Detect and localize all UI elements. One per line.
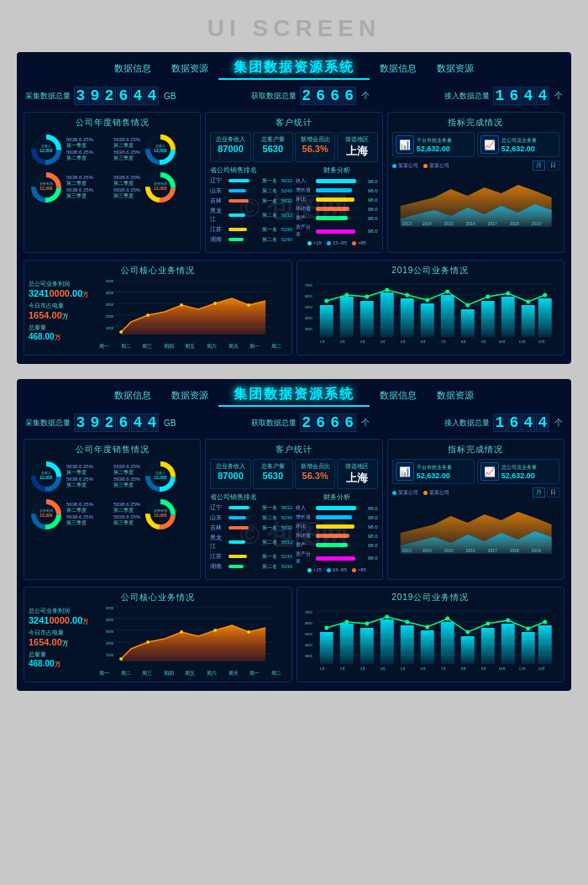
svg-point-77 — [445, 290, 449, 294]
svg-point-73 — [365, 295, 369, 299]
rank-label-2: 第二名 — [254, 187, 277, 195]
rank-bar-3 — [228, 199, 249, 203]
tab-month[interactable]: 月 — [533, 161, 545, 171]
rank-bar-wrap-3 — [228, 199, 252, 203]
nav-item-2-4[interactable]: 数据资源 — [427, 387, 484, 403]
import-digits-2: 1 6 4 4 — [493, 414, 549, 432]
tab-day-2[interactable]: 日 — [547, 487, 559, 498]
svg-rect-62 — [380, 292, 393, 337]
rank-bar-wrap-1 — [228, 179, 252, 182]
donut-item-4: 5638.6 25% 第二季度 5638.6 25% 第三季度 业务利润 12,… — [113, 170, 196, 205]
finance-row-2: 增长值 98.0 — [296, 187, 378, 194]
svg-text:7000: 7000 — [304, 610, 312, 614]
svg-rect-160 — [440, 622, 454, 664]
core-stat-2-3: 总量量 468.00万 — [29, 651, 88, 669]
finance-bar-3 — [316, 198, 354, 202]
core-stat-3-label: 总量量 — [29, 324, 88, 332]
ranking-table-2: 省公司销售排名 辽宁 第一名 5632 山东 第二名 5240 吉林 — [210, 493, 292, 572]
svg-text:6月: 6月 — [420, 666, 425, 671]
svg-text:2017: 2017 — [487, 221, 496, 226]
x-label-4: 周四 — [164, 343, 174, 350]
svg-rect-158 — [400, 625, 413, 664]
metric-revenue: 总业务收入 87000 — [210, 132, 250, 162]
svg-text:11月: 11月 — [518, 666, 525, 671]
customer-panel-2: 客户统计 总业务收入 87000 总客户量 5630 新增会员比 56.3% 筛… — [205, 439, 382, 580]
core-area-svg-2: 5000 4000 3000 2000 1000 — [93, 607, 286, 666]
nav-item-2[interactable]: 数据资源 — [161, 61, 218, 76]
nav-item-3[interactable]: 数据信息 — [370, 61, 427, 76]
finance-panel-2: 财务分析 收入 98.0 增长值 98.0 环比 98.0 — [296, 493, 378, 575]
rank-bar-wrap-5 — [228, 228, 252, 231]
finance-num-4: 98.0 — [363, 207, 378, 212]
finance-legend: <15 15~85 >85 — [296, 240, 378, 245]
nav-item-2-3[interactable]: 数据信息 — [370, 387, 427, 403]
svg-text:1月: 1月 — [319, 340, 324, 344]
svg-text:2013: 2013 — [402, 221, 411, 226]
rank-bar-wrap-2 — [228, 189, 252, 192]
core-stat-1-label: 总公司业务利润 — [29, 280, 88, 288]
donut-item-1: 总收入 12,000 5638.6 25% 第一季度 5638.6 25% 第二… — [29, 132, 111, 167]
svg-point-72 — [344, 293, 349, 298]
core-x-axis: 周一 周二 周三 周四 周五 周六 周天 周一 周二 — [93, 343, 286, 350]
indicators-panel-2: 指标完成情况 📊 千台市统业务量 52,632.00 📈 总公司流业务量 52,… — [387, 439, 564, 580]
rank-bar-wrap-4 — [228, 213, 252, 217]
nav-item-1[interactable]: 数据信息 — [104, 61, 161, 76]
tab-month-2[interactable]: 月 — [533, 487, 545, 498]
svg-point-177 — [543, 620, 547, 624]
finance-row-3: 环比 98.0 — [296, 196, 378, 203]
ind-legend: 某某公司 某某公司 — [392, 162, 449, 170]
svg-text:2018: 2018 — [509, 548, 518, 553]
ind-val-2: 52,632.00 — [501, 145, 537, 153]
ind-label-1: 千台市统业务量 — [417, 137, 452, 145]
finance-num-3: 98.0 — [363, 198, 378, 203]
rank-province-1: 辽宁 — [210, 176, 227, 185]
rank-label-1: 第一名 — [254, 177, 277, 185]
nav-item-2-2[interactable]: 数据资源 — [161, 387, 218, 403]
svg-text:12,000: 12,000 — [155, 475, 168, 480]
finance-bar-4 — [316, 207, 349, 211]
svg-point-140 — [146, 640, 150, 644]
donut-grid-2: 总收入 12,000 5638.6 25% 第一季度 5638.6 25% 第二… — [29, 459, 196, 532]
svg-rect-163 — [501, 624, 514, 664]
ind-info-2: 总公司流业务量 52,632.00 — [501, 137, 537, 153]
rank-num-5: 5240 — [279, 227, 292, 232]
svg-point-82 — [543, 293, 547, 298]
donut-chart-3: 业务利润 12,000 — [29, 170, 64, 205]
get-digits-2: 2 6 6 6 — [300, 414, 356, 432]
x-label-7: 周天 — [228, 343, 239, 350]
get-digit-4: 6 — [343, 87, 356, 105]
svg-rect-154 — [319, 632, 333, 664]
x-label-9: 周二 — [271, 343, 281, 350]
svg-text:1000: 1000 — [106, 653, 114, 657]
digit-3: 2 — [102, 87, 116, 105]
x-label-5: 周五 — [185, 343, 195, 350]
svg-text:3月: 3月 — [360, 666, 365, 671]
svg-text:5月: 5月 — [400, 340, 405, 344]
nav-item-2-1[interactable]: 数据信息 — [104, 387, 161, 403]
svg-text:7月: 7月 — [440, 340, 445, 344]
biz2019-title-2: 2019公司业务情况 — [302, 592, 560, 603]
svg-point-78 — [465, 303, 470, 308]
svg-text:3月: 3月 — [360, 340, 365, 344]
legend-dot-2 — [327, 241, 331, 245]
collect-digits: 3 9 2 6 4 4 — [74, 87, 159, 105]
ind-icon-2: 📈 — [480, 135, 499, 154]
nav-item-4[interactable]: 数据资源 — [427, 61, 484, 76]
metric-newmember-val: 56.3% — [298, 144, 332, 154]
svg-point-141 — [180, 630, 183, 634]
indicator-cards-2: 📊 千台市统业务量 52,632.00 📈 总公司流业务量 52,632.00 — [392, 459, 559, 484]
rank-num-3: 5632 — [279, 198, 292, 203]
rank-bar-4 — [228, 213, 244, 217]
biz2019-title: 2019公司业务情况 — [302, 265, 560, 277]
donut-2-3-info: 5638.6 25% 第二季度 5638.6 25% 第三季度 — [66, 502, 93, 527]
tab-day[interactable]: 日 — [547, 161, 559, 171]
dashboard-title: 集团数据资源系统 — [218, 57, 370, 80]
donut-2-4-info: 5638.6 25% 第二季度 5638.6 25% 第三季度 — [113, 502, 140, 527]
collect-label: 采集数据总量 — [25, 91, 71, 102]
sales-title-2: 公司年度销售情况 — [29, 444, 196, 456]
core-stat-1: 总公司业务利润 32410000.00万 — [29, 280, 88, 299]
svg-text:3000: 3000 — [304, 327, 312, 331]
svg-point-48 — [247, 303, 250, 307]
legend-dot-1 — [307, 241, 312, 245]
svg-point-44 — [119, 330, 123, 334]
